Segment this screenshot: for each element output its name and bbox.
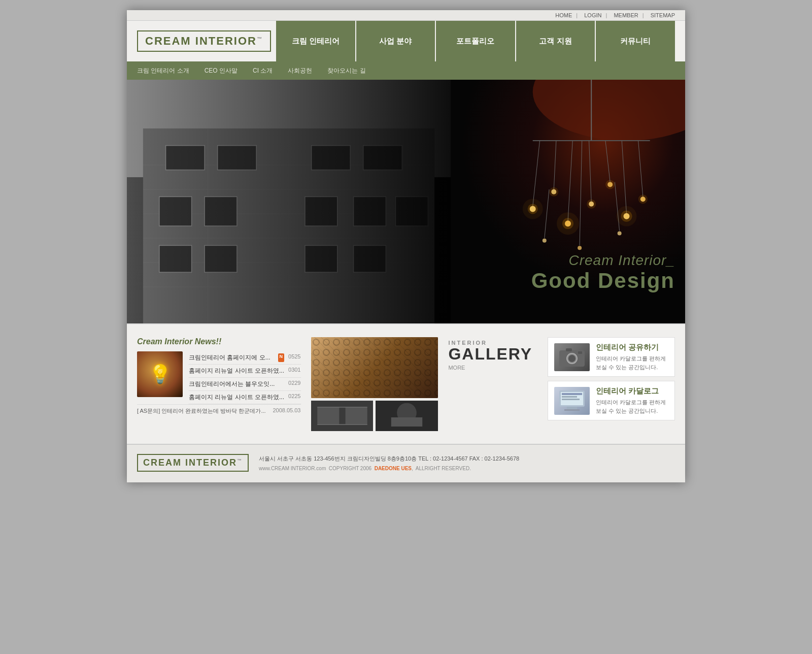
hero-heading: Good Design [531, 269, 675, 293]
sub-nav: 크림 인테리어 소개 CEO 인사말 CI 소개 사회공헌 찾아오시는 길 [127, 61, 685, 80]
footer: CREAM INTERIOR™ 서울시 서초구 서초동 123-456번지 크림… [127, 444, 685, 482]
sep1: | [576, 12, 578, 18]
news-bottom-text: [ AS문의] 인테리어 완료하였는데 방바닥 한군데가... [137, 407, 273, 415]
header: CREAM INTERIOR™ 크림 인테리어 사업 분야 포트폴리오 고객 지… [127, 21, 685, 61]
sub-nav-item-1[interactable]: 크림 인테리어 소개 [137, 67, 189, 75]
footer-highlight: DAEDONE UES [375, 466, 412, 471]
news-badge-1: N [278, 353, 285, 362]
svg-rect-79 [562, 393, 582, 395]
footer-logo: CREAM INTERIOR™ [137, 454, 249, 472]
svg-rect-64 [345, 407, 367, 425]
topbar-sitemap-link[interactable]: SITEMAP [651, 12, 675, 18]
svg-point-50 [638, 194, 648, 204]
nav-item-5[interactable]: 커뮤니티 [596, 21, 675, 61]
gallery-title-block: INTERIOR GALLERY MORE [448, 337, 537, 431]
news-date-2: 0301 [288, 367, 300, 375]
svg-rect-65 [317, 407, 367, 408]
gallery-sub-image-1[interactable] [311, 401, 374, 431]
svg-point-72 [568, 355, 576, 362]
sub-nav-item-4[interactable]: 사회공헌 [288, 67, 312, 75]
nav-item-1[interactable]: 크림 인테리어 [276, 21, 355, 61]
top-bar: HOME | LOGIN | MEMBER | SITEMAP [127, 10, 685, 21]
svg-point-46 [605, 180, 615, 189]
sep2: | [606, 12, 607, 18]
topbar-member-link[interactable]: MEMBER [614, 12, 638, 18]
right-blocks: 인테리어 공유하기 인테리어 카달로그를 편하게 보실 수 있는 공간입니다. [548, 337, 675, 431]
news-item-text-2: 홈페이지 리뉴얼 사이트 오픈하였... [189, 367, 284, 375]
svg-point-44 [587, 200, 596, 209]
nav-item-2[interactable]: 사업 분야 [356, 21, 435, 61]
news-date-1: 0525 [288, 353, 300, 362]
hero-building-image [127, 80, 451, 323]
svg-rect-73 [566, 348, 572, 351]
svg-rect-66 [317, 424, 367, 425]
camera-icon [554, 343, 590, 371]
main-nav: 크림 인테리어 사업 분야 포트폴리오 고객 지원 커뮤니티 [271, 21, 675, 61]
svg-rect-63 [317, 407, 339, 425]
sep3: | [642, 12, 644, 18]
gallery-images-block [311, 337, 438, 431]
svg-rect-61 [311, 337, 438, 398]
news-section: Cream Interior News!! 💡 크림인테리어 홈페이지에 오..… [127, 323, 685, 444]
news-item-2[interactable]: 홈페이지 리뉴얼 사이트 오픈하였... 0301 [189, 365, 301, 378]
svg-point-52 [543, 239, 547, 243]
right-card-catalog-desc: 인테리어 카달로그를 편하게 보실 수 있는 공간입니다. [596, 398, 668, 415]
footer-address: 서울시 서초구 서초동 123-456번지 크림디자인빌딩 8층9층10층 TE… [259, 454, 519, 464]
svg-point-56 [578, 246, 582, 250]
news-title: Cream Interior News!! [137, 337, 301, 346]
svg-point-58 [557, 212, 579, 235]
news-thumbnail: 💡 [137, 351, 183, 397]
site-logo[interactable]: CREAM INTERIOR™ [137, 30, 271, 52]
news-item-text-3: 크림인테리어에서는 블우오잇... [189, 380, 284, 388]
gallery-main-image[interactable] [311, 337, 438, 398]
footer-copyright: www.CREAM INTERIOR.com COPYRIGHT 2006 DA… [259, 464, 519, 473]
footer-info: 서울시 서초구 서초동 123-456번지 크림디자인빌딩 8층9층10층 TE… [259, 454, 519, 473]
right-card-share-title: 인테리어 공유하기 [596, 343, 668, 352]
news-item-4[interactable]: 홈페이지 리뉴얼 사이트 오픈하였... 0225 [189, 391, 301, 404]
topbar-home-link[interactable]: HOME [555, 12, 572, 18]
news-item-3[interactable]: 크림인테리어에서는 블우오잇... 0229 [189, 378, 301, 391]
right-card-share-text: 인테리어 공유하기 인테리어 카달로그를 편하게 보실 수 있는 공간입니다. [596, 343, 668, 371]
right-card-share-desc: 인테리어 카달로그를 편하게 보실 수 있는 공간입니다. [596, 354, 668, 371]
news-item-text-1: 크림인테리어 홈페이지에 오... [189, 353, 277, 362]
svg-rect-77 [567, 407, 577, 409]
svg-point-40 [549, 187, 558, 197]
svg-point-59 [617, 206, 637, 226]
svg-point-57 [523, 199, 543, 219]
sub-nav-item-2[interactable]: CEO 인사말 [205, 67, 238, 75]
sub-nav-item-5[interactable]: 찾아오시는 길 [327, 67, 365, 75]
news-item-text-4: 홈페이지 리뉴얼 사이트 오픈하였... [189, 393, 284, 402]
hero-section: Cream Interior_ Good Design [127, 80, 685, 323]
news-list: 크림인테리어 홈페이지에 오... N 0525 홈페이지 리뉴얼 사이트 오픈… [189, 351, 301, 404]
news-bottom-item[interactable]: [ AS문의] 인테리어 완료하였는데 방바닥 한군데가... 2008.05.… [137, 404, 301, 417]
right-card-catalog-text: 인테리어 카달로그 인테리어 카달로그를 편하게 보실 수 있는 공간입니다. [596, 386, 668, 415]
gallery-sub-image-2[interactable] [376, 401, 438, 431]
right-card-share[interactable]: 인테리어 공유하기 인테리어 카달로그를 편하게 보실 수 있는 공간입니다. [548, 337, 675, 377]
hero-tagline: Cream Interior_ [531, 252, 675, 269]
news-block: Cream Interior News!! 💡 크림인테리어 홈페이지에 오..… [137, 337, 301, 431]
news-item-1[interactable]: 크림인테리어 홈페이지에 오... N 0525 [189, 351, 301, 365]
gallery-more-link[interactable]: MORE [448, 365, 537, 371]
svg-rect-80 [562, 396, 577, 398]
monitor-icon [554, 387, 590, 415]
sub-nav-item-3[interactable]: CI 소개 [253, 67, 273, 75]
topbar-login-link[interactable]: LOGIN [584, 12, 601, 18]
gallery-sub-row [311, 401, 438, 431]
svg-rect-69 [391, 417, 422, 427]
news-content: 💡 크림인테리어 홈페이지에 오... N 0525 홈페이지 리뉴얼 사이트 … [137, 351, 301, 404]
svg-rect-74 [578, 351, 582, 354]
news-bottom-date: 2008.05.03 [273, 407, 300, 415]
right-card-catalog-title: 인테리어 카달로그 [596, 386, 668, 396]
right-card-catalog[interactable]: 인테리어 카달로그 인테리어 카달로그를 편하게 보실 수 있는 공간입니다. [548, 381, 675, 420]
gallery-title-main: GALLERY [448, 346, 537, 362]
lamp-icon: 💡 [149, 364, 172, 385]
news-date-3: 0229 [288, 380, 300, 388]
svg-rect-81 [562, 399, 580, 400]
svg-rect-25 [127, 80, 451, 323]
svg-rect-78 [564, 409, 580, 411]
hero-text: Cream Interior_ Good Design [531, 252, 675, 293]
svg-point-54 [618, 231, 622, 235]
news-date-4: 0225 [288, 393, 300, 402]
nav-item-3[interactable]: 포트폴리오 [436, 21, 515, 61]
nav-item-4[interactable]: 고객 지원 [516, 21, 595, 61]
